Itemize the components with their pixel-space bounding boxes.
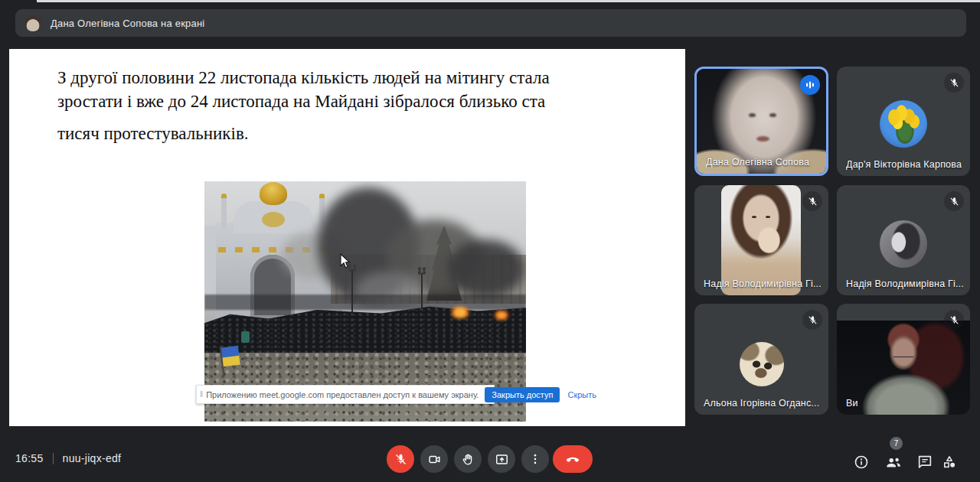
more-options-icon [528, 452, 542, 466]
hide-notification-button[interactable]: Скрыть [567, 390, 596, 399]
raise-hand-icon [461, 452, 475, 467]
participant-name: Надія Володимирівна Гі... [704, 278, 822, 289]
info-icon [853, 454, 870, 471]
end-call-button[interactable] [553, 445, 593, 473]
participant-name: Альона Ігорівна Огданс... [704, 398, 822, 409]
meeting-info: 16:55 nuu-jiqx-edf [15, 452, 121, 464]
camera-icon [427, 452, 442, 467]
activities-button[interactable] [940, 453, 959, 471]
participant-tile-you[interactable]: Ви [837, 304, 970, 415]
participant-name: Надія Володимирівна Гі... [846, 278, 964, 289]
divider [53, 453, 54, 464]
present-screen-button[interactable] [488, 445, 515, 473]
fire-glow [494, 311, 509, 320]
speaking-indicator-icon [800, 75, 820, 95]
avatar-tulips [880, 100, 927, 148]
participant-name: Дар'я Вікторівна Карпова [846, 159, 964, 170]
camera-toggle-button[interactable] [420, 445, 448, 473]
presenting-banner-text: Дана Олегівна Сопова на екрані [51, 18, 204, 29]
chat-icon [916, 454, 933, 471]
mouse-cursor [339, 253, 351, 269]
avatar-puppy [740, 342, 784, 386]
mic-off-icon [394, 452, 408, 467]
screen-share-notification: ‖ Приложению meet.google.com предоставле… [196, 385, 495, 404]
chat-button[interactable] [916, 453, 934, 471]
fire-glow [449, 307, 471, 318]
mic-off-icon [802, 191, 822, 211]
screen-edge-strip [37, 0, 980, 2]
participant-tile-dana[interactable]: Дана Олегівна Сопова [694, 67, 828, 176]
presenter-avatar [24, 15, 41, 31]
participant-tile-nadiia-1[interactable]: Надія Володимирівна Гі... [694, 185, 828, 295]
avatar-bw-portrait [880, 220, 927, 268]
activities-icon [941, 454, 958, 471]
show-participants-button[interactable] [884, 453, 903, 471]
shared-slide: З другої половини 22 листопада кількість… [9, 49, 685, 426]
slide-text: З другої половини 22 листопада кількість… [57, 66, 550, 145]
slide-text-line: тисяч протестувальників. [57, 122, 550, 145]
participant-tile-darya[interactable]: Дар'я Вікторівна Карпова [837, 67, 970, 176]
meeting-code: nuu-jiqx-edf [63, 452, 122, 464]
glasses [893, 353, 913, 357]
participant-name: Ви [846, 398, 964, 409]
participants-count-badge: 7 [890, 437, 903, 450]
participant-name: Дана Олегівна Сопова [706, 157, 820, 168]
share-message: Приложению meet.google.com предоставлен … [206, 390, 479, 399]
slide-text-line: зростати і вже до 24 листопада на Майдан… [57, 90, 550, 113]
mic-off-icon [802, 310, 822, 330]
present-screen-icon [495, 452, 509, 467]
mic-off-icon [944, 191, 964, 211]
meet-window: Дана Олегівна Сопова на екрані З другої … [0, 0, 980, 482]
stop-sharing-button[interactable]: Закрыть доступ [485, 387, 560, 402]
presenting-banner: Дана Олегівна Сопова на екрані [15, 9, 966, 37]
meeting-details-button[interactable] [852, 453, 871, 471]
raise-hand-button[interactable] [454, 445, 482, 473]
people-icon [884, 453, 903, 471]
smoke-plume [448, 239, 524, 298]
participant-tile-nadiia-2[interactable]: Надія Володимирівна Гі... [837, 185, 970, 295]
more-options-button[interactable] [521, 445, 549, 473]
slide-text-line: З другої половини 22 листопада кількість… [57, 66, 550, 90]
clock-time: 16:55 [15, 452, 44, 464]
mic-toggle-button[interactable] [387, 445, 414, 473]
end-call-icon [564, 451, 581, 467]
mic-off-icon [944, 73, 964, 93]
mic-off-icon [944, 310, 964, 330]
distant-crowd [204, 295, 526, 310]
golden-dome [260, 182, 287, 205]
participant-tile-alona[interactable]: Альона Ігорівна Огданс... [694, 304, 828, 415]
drag-handle-icon[interactable]: ‖ [200, 390, 202, 399]
ukrainian-flag [220, 344, 243, 377]
